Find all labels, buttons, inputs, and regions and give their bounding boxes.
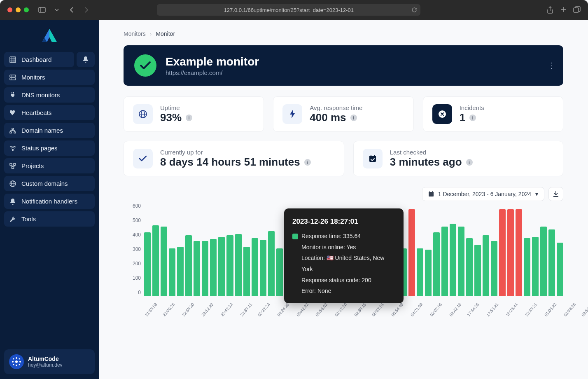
sidebar-label: Custom domains [21, 180, 68, 187]
chart-bar[interactable] [152, 225, 159, 296]
caret-down-icon: ▾ [535, 191, 538, 197]
maximize-window[interactable] [24, 7, 29, 12]
info-icon[interactable]: i [469, 115, 476, 121]
chart-bar[interactable] [194, 241, 200, 296]
share-icon[interactable] [547, 6, 553, 14]
chart-bar[interactable] [516, 209, 522, 296]
chart-bar[interactable] [483, 235, 489, 296]
url-text: 127.0.0.1/66uptime/monitor/25?start_date… [224, 7, 354, 13]
sidebar-item-monitors[interactable]: Monitors [4, 70, 95, 85]
sidebar-item-projects[interactable]: Projects [4, 158, 95, 173]
breadcrumb-root[interactable]: Monitors [124, 30, 146, 37]
calendar-icon [428, 191, 434, 197]
card-value: 400 ms [310, 111, 346, 124]
chart-bar[interactable] [540, 227, 547, 296]
user-box[interactable]: AltumCode hey@altum.dev [4, 349, 95, 374]
chart-bar[interactable] [425, 250, 432, 296]
chevron-down-icon[interactable] [51, 5, 63, 15]
chart-bar[interactable] [185, 235, 192, 296]
svg-rect-42 [429, 191, 430, 192]
sidebar-item-status[interactable]: Status pages [4, 140, 95, 156]
sidebar-notifications[interactable] [77, 52, 95, 67]
url-bar[interactable]: 127.0.0.1/66uptime/monitor/25?start_date… [157, 4, 420, 16]
close-window[interactable] [7, 7, 12, 12]
chart-bar[interactable] [532, 237, 539, 296]
more-menu[interactable]: ⋮ [548, 61, 555, 70]
chart-bar[interactable] [524, 238, 530, 296]
forward-button[interactable] [81, 5, 92, 15]
chart-bar[interactable] [218, 237, 225, 296]
chart-bar[interactable] [276, 248, 283, 296]
sidebar-item-dashboard[interactable]: Dashboard [4, 52, 74, 67]
chart-bar[interactable] [144, 232, 151, 296]
chart-bar[interactable] [252, 238, 258, 296]
sidebar: Dashboard Monitors DNS monitors Heartbea… [0, 20, 99, 379]
date-range-label: 1 December, 2023 - 6 January, 2024 [438, 191, 531, 197]
chart-bar[interactable] [226, 235, 233, 296]
reload-icon[interactable] [411, 7, 417, 13]
chart-bar[interactable] [210, 239, 217, 296]
chart-bar[interactable] [243, 247, 250, 296]
chart-bar[interactable] [548, 229, 555, 296]
new-tab-icon[interactable] [560, 6, 567, 14]
sidebar-item-dns[interactable]: DNS monitors [4, 87, 95, 103]
sidebar-item-custom-domains[interactable]: Custom domains [4, 176, 95, 191]
svg-point-27 [19, 361, 21, 363]
chart-bar[interactable] [557, 243, 563, 296]
globe-icon [9, 180, 16, 187]
info-icon[interactable]: i [186, 115, 192, 121]
chart-bar[interactable] [260, 240, 266, 296]
sidebar-toggle-icon[interactable] [36, 5, 48, 15]
info-icon[interactable]: i [350, 115, 357, 121]
chart-bar[interactable] [450, 224, 456, 296]
x-tick: 03:58:08 [581, 302, 588, 317]
date-range-picker[interactable]: 1 December, 2023 - 6 January, 2024 ▾ [422, 187, 544, 201]
error-icon [432, 104, 452, 124]
sidebar-item-notif-handlers[interactable]: Notification handlers [4, 194, 95, 209]
x-tick: 23:43:31 [524, 302, 538, 317]
chart-bar[interactable] [474, 245, 481, 296]
chart-bar[interactable] [491, 241, 497, 296]
chart-bar[interactable] [408, 209, 415, 296]
chart-bar[interactable] [161, 227, 167, 296]
logo[interactable] [4, 25, 95, 52]
chart-bar[interactable] [499, 209, 506, 296]
chart-bar[interactable] [507, 209, 514, 296]
browser-chrome: 127.0.0.1/66uptime/monitor/25?start_date… [0, 0, 588, 20]
svg-rect-41 [429, 192, 434, 193]
svg-rect-0 [39, 7, 45, 12]
x-tick: 01:58:35 [563, 302, 576, 317]
chart-bar[interactable] [441, 227, 448, 296]
chart-bar[interactable] [169, 248, 175, 296]
y-tick: 200 [133, 261, 141, 267]
chart-bar[interactable] [458, 227, 464, 296]
chart-bar[interactable] [202, 241, 208, 296]
svg-point-29 [19, 358, 20, 360]
chart-bar[interactable] [433, 232, 440, 296]
sidebar-item-tools[interactable]: Tools [4, 211, 95, 227]
minimize-window[interactable] [16, 7, 21, 12]
tabs-icon[interactable] [573, 6, 581, 14]
x-tick: 05:54:43 [390, 302, 404, 317]
bolt-icon [282, 104, 302, 124]
x-tick: 03:37:23 [257, 302, 271, 317]
info-icon[interactable]: i [466, 159, 473, 166]
sidebar-item-heartbeats[interactable]: Heartbeats [4, 105, 95, 120]
sidebar-item-domains[interactable]: Domain names [4, 123, 95, 138]
avatar [9, 354, 24, 369]
chart-bar[interactable] [417, 248, 423, 296]
monitor-hero: Example monitor https://example.com/ ⋮ [124, 45, 563, 86]
x-tick: 06:56:53 [315, 302, 328, 317]
chart-bar[interactable] [177, 247, 184, 296]
chart-bar[interactable] [466, 238, 473, 296]
svg-rect-18 [12, 167, 14, 168]
wifi-icon [9, 146, 16, 151]
sidebar-label: Status pages [21, 145, 58, 152]
x-tick: 01:12:30 [334, 302, 348, 317]
download-button[interactable] [548, 187, 563, 201]
chart-bar[interactable] [268, 231, 275, 296]
back-button[interactable] [66, 5, 77, 15]
info-icon[interactable]: i [304, 159, 311, 166]
chart-bar[interactable] [235, 234, 242, 296]
x-tick: 02:35:15 [353, 302, 367, 317]
